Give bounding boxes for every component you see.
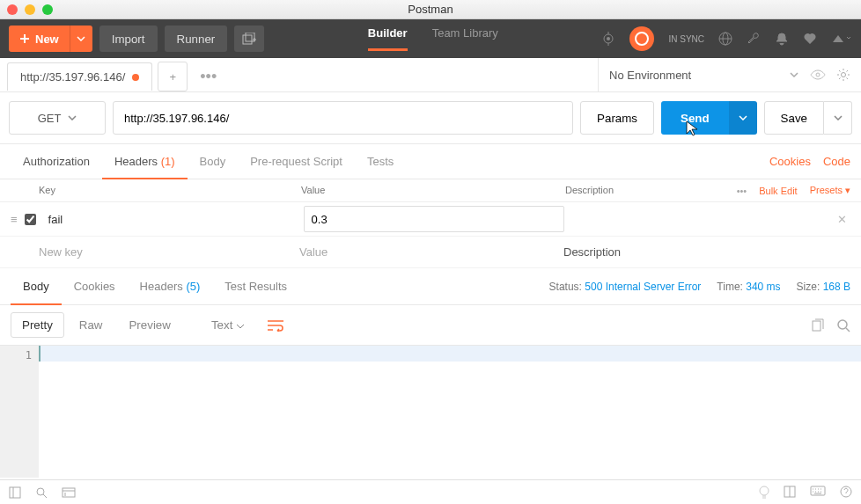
find-icon[interactable] [35,486,48,499]
search-icon[interactable] [836,318,850,332]
globe-icon[interactable] [718,32,732,46]
placeholder-value: Value [299,245,563,259]
resp-tab-test-results[interactable]: Test Results [212,269,299,303]
header-row-placeholder[interactable]: New key Value Description [0,237,861,268]
request-tab-active[interactable]: http://35.197.96.146/ [7,62,152,91]
runner-button[interactable]: Runner [165,26,228,52]
new-window-button[interactable] [234,26,264,52]
sync-status-icon[interactable] [629,26,654,51]
copy-icon[interactable] [810,318,824,332]
drag-handle-icon[interactable]: ≡ [11,213,18,226]
bulk-edit-link[interactable]: Bulk Edit [759,186,797,196]
nav-right: IN SYNC [601,26,852,51]
time-value: 340 ms [746,281,780,293]
window-title: Postman [0,3,861,16]
user-menu[interactable] [831,32,852,46]
col-key-label: Key [11,185,301,196]
url-input[interactable] [113,101,573,135]
new-button[interactable]: New [9,33,70,46]
status-bar [0,479,861,504]
resp-tab-headers[interactable]: Headers (5) [128,269,213,303]
heart-icon[interactable] [803,32,817,46]
help-icon[interactable] [840,486,852,500]
chevron-down-icon [834,115,843,121]
tab-prerequest[interactable]: Pre-request Script [238,145,355,178]
svg-point-13 [760,486,769,495]
svg-point-3 [607,37,610,40]
response-view-right [810,318,850,332]
svg-point-11 [37,488,44,495]
tab-options-button[interactable]: ••• [193,68,224,86]
sidebar-toggle-icon[interactable] [9,486,21,499]
resp-tab-cookies[interactable]: Cookies [62,269,128,303]
svg-point-7 [842,73,846,77]
headers-actions: ••• Bulk Edit Presets ▾ [737,185,850,196]
svg-rect-0 [243,35,252,44]
tab-label: http://35.197.96.146/ [20,70,125,84]
tab-headers[interactable]: Headers (1) [102,145,188,179]
send-label: Send [681,112,710,125]
col-desc-label: Description [565,185,737,196]
send-dropdown[interactable] [729,101,757,135]
cookies-link[interactable]: Cookies [769,155,811,168]
headers-table-head: Key Value Description ••• Bulk Edit Pres… [0,179,861,202]
format-label: Text [211,318,232,332]
send-button[interactable]: Send [661,101,729,135]
plus-icon [19,33,30,44]
console-icon[interactable] [62,487,76,498]
header-value-input[interactable] [304,206,564,232]
request-tabs: http://35.197.96.146/ + ••• [0,58,599,91]
more-icon[interactable]: ••• [737,186,747,196]
presets-dropdown[interactable]: Presets ▾ [810,185,850,196]
remove-row-button[interactable]: ✕ [834,213,850,226]
capture-icon[interactable] [601,32,615,46]
gear-icon[interactable] [836,68,850,82]
method-label: GET [38,112,62,125]
tab-headers-count: (1) [161,155,175,168]
header-row: ≡ fail ✕ [0,202,861,237]
col-value-label: Value [301,185,565,196]
header-enabled-checkbox[interactable] [25,214,36,225]
titlebar: Postman [0,0,861,19]
view-raw-button[interactable]: Raw [68,312,114,338]
request-subtabs: Authorization Headers (1) Body Pre-reque… [0,144,861,179]
keyboard-icon[interactable] [810,486,826,500]
save-button[interactable]: Save [764,101,824,135]
view-preview-button[interactable]: Preview [117,312,181,338]
save-dropdown[interactable] [824,101,852,135]
editor-body[interactable] [39,346,861,478]
new-dropdown[interactable] [70,26,92,52]
environment-name[interactable]: No Environment [609,69,778,82]
editor-gutter: 1 [0,346,39,478]
import-button[interactable]: Import [99,26,158,52]
eye-icon[interactable] [810,69,826,80]
response-editor: 1 [0,346,861,478]
request-row: GET Params Send Save [0,92,861,144]
wrench-icon[interactable] [747,32,761,46]
tab-tests[interactable]: Tests [355,145,406,178]
lightbulb-icon[interactable] [759,486,769,500]
svg-rect-8 [813,321,821,331]
view-pretty-button[interactable]: Pretty [11,312,64,338]
response-meta: Status: 500 Internal Server Error Time: … [549,281,850,293]
http-method-selector[interactable]: GET [9,101,106,135]
nav-team-library[interactable]: Team Library [432,26,498,51]
nav-builder[interactable]: Builder [368,26,408,51]
two-pane-icon[interactable] [784,486,796,500]
bell-icon[interactable] [775,32,789,46]
format-selector[interactable]: Text [200,312,256,338]
header-key[interactable]: fail [43,208,304,231]
chevron-down-icon [68,115,77,121]
environment-selector: No Environment [599,58,861,91]
tab-body[interactable]: Body [188,145,239,178]
request-subtabs-right: Cookies Code [769,155,850,168]
status-value: 500 Internal Server Error [585,281,701,293]
chevron-down-icon[interactable] [789,71,799,78]
params-button[interactable]: Params [580,101,654,135]
wrap-lines-icon[interactable] [267,319,284,332]
size-value: 168 B [823,281,850,293]
tab-authorization[interactable]: Authorization [11,145,102,178]
resp-tab-body[interactable]: Body [11,269,62,305]
add-tab-button[interactable]: + [158,62,188,91]
code-link[interactable]: Code [823,155,850,168]
